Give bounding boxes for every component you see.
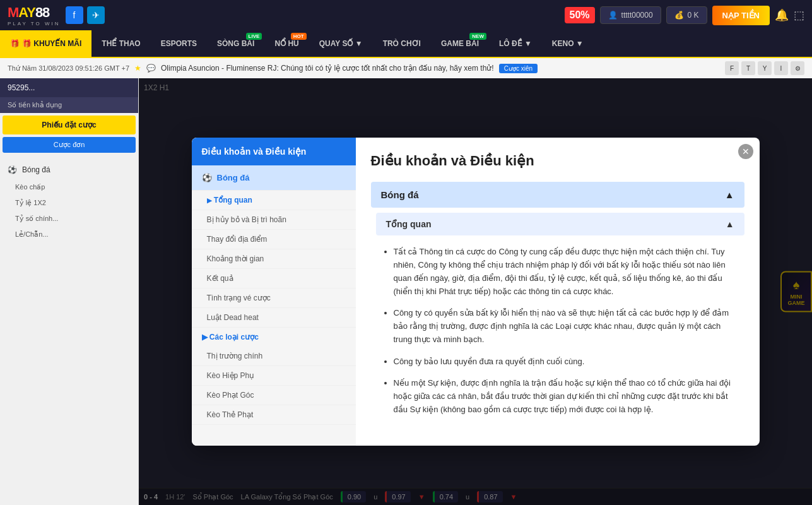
user-icon: 👤 xyxy=(608,11,618,20)
nav-esports-label: ESPORTS xyxy=(161,39,197,48)
modal-sub-ket-qua[interactable]: Kết quả xyxy=(192,269,356,288)
modal: ✕ Điều khoản và Điều kiện ⚽ Bóng đá ▶ Tổ… xyxy=(192,138,760,446)
nav-no-hu-label: NỔ HŨ xyxy=(274,39,298,48)
ticker-icon-group: F T Y I ⚙ xyxy=(725,61,804,75)
soccer-icon-modal: ⚽ xyxy=(202,173,212,182)
sidebar-balance: Số tiền khả dụng xyxy=(0,97,138,113)
content-item-2: Công ty có quyền sửa bất kỳ lỗi hiển thị… xyxy=(394,307,739,346)
modal-sub-thay-doi[interactable]: Thay đổi địa điểm xyxy=(192,230,356,249)
ticker-message: Olimpia Asuncion - Fluminense RJ: Chúng … xyxy=(161,64,494,73)
ticker-date: Thứ Năm 31/08/2023 09:51:26 GMT +7 xyxy=(8,64,129,73)
ticker-icon-1[interactable]: F xyxy=(725,61,739,75)
cuoc-xien-button[interactable]: Cược xiên xyxy=(499,64,538,73)
sidebar-username: 95295... xyxy=(8,83,35,92)
ticker-icon-4[interactable]: I xyxy=(774,61,788,75)
accordion-tong-quan[interactable]: Tổng quan ▲ xyxy=(376,213,744,235)
content-list: Tất cả Thông tin cá cược do Công ty cung… xyxy=(381,246,739,417)
nav-the-thao-label: THỂ THAO xyxy=(102,39,140,48)
main-layout: 95295... Số tiền khả dụng Phiếu đặt cược… xyxy=(0,78,812,505)
user-button[interactable]: 👤 ttttt00000 xyxy=(600,6,661,24)
accordion-content: Tất cả Thông tin cá cược do Công ty cung… xyxy=(371,241,744,431)
nav-bar: 🎁 🎁 KHUYẾN MÃI THỂ THAO ESPORTS LIVE SÒN… xyxy=(0,30,812,58)
sidebar-bet-button[interactable]: Phiếu đặt cược xyxy=(3,116,136,134)
sidebar-sports: ⚽ Bóng đá Kèo chấp Tỷ lệ 1X2 Tỷ số chính… xyxy=(0,155,138,247)
telegram-icon[interactable]: ✈ xyxy=(87,6,105,24)
soccer-icon: ⚽ xyxy=(8,165,17,174)
logout-icon[interactable]: ⬚ xyxy=(794,8,804,22)
sidebar-sport-bongda[interactable]: ⚽ Bóng đá xyxy=(0,160,138,179)
chevron-right-icon: ▶ xyxy=(207,197,212,204)
modal-sub-thi-truong[interactable]: Thị trường chính xyxy=(192,347,356,366)
nav-quay-so[interactable]: QUAY SỐ ▼ xyxy=(309,30,373,57)
nap-tien-button[interactable]: NẠP TIỀN xyxy=(712,6,770,25)
nav-quay-so-label: QUAY SỐ ▼ xyxy=(319,39,363,48)
modal-sub-tinh-trang[interactable]: Tình trạng vé cược xyxy=(192,288,356,308)
nav-song-bai-label: SÒNG BÀI xyxy=(217,39,254,48)
ticker-chat-icon: 💬 xyxy=(146,64,156,73)
username: ttttt00000 xyxy=(621,11,653,20)
sidebar-keo-chap[interactable]: Kèo chấp xyxy=(0,179,138,195)
nav-tro-choi[interactable]: TRÒ CHƠI xyxy=(373,30,431,57)
sidebar-balance-label: Số tiền khả dụng xyxy=(8,101,62,109)
nav-keno[interactable]: KENO ▼ xyxy=(542,30,594,57)
social-icons: f ✈ xyxy=(66,6,105,24)
modal-bongda-label: Bóng đá xyxy=(217,173,250,182)
modal-item-bongda[interactable]: ⚽ Bóng đá xyxy=(192,165,356,191)
nav-song-bai[interactable]: LIVE SÒNG BÀI xyxy=(207,30,264,57)
sidebar-le-chan[interactable]: Lẻ/Chẵn... xyxy=(0,227,138,242)
game-bai-badge: NEW xyxy=(469,33,486,40)
sidebar-ty-le[interactable]: Tỷ lệ 1X2 xyxy=(0,195,138,211)
sidebar-bongda-label: Bóng đá xyxy=(22,165,50,174)
nav-game-bai-label: GAME BÀI xyxy=(441,39,479,48)
logo: MAY88 PLAY TO WIN xyxy=(8,4,61,27)
accordion-bongda-label: Bóng đá xyxy=(381,189,419,200)
content-item-4: Nếu một Sự kiện, được định nghĩa là trận… xyxy=(394,377,739,416)
sidebar-ty-so[interactable]: Tỷ số chính... xyxy=(0,211,138,227)
facebook-icon[interactable]: f xyxy=(66,6,83,24)
bell-icon[interactable]: 🔔 xyxy=(775,8,789,22)
modal-sub-bi-huy-bo[interactable]: Bị hủy bỏ và Bị trì hoãn xyxy=(192,210,356,230)
modal-section-cac-loai[interactable]: ▶ Các loại cược xyxy=(192,328,356,347)
modal-left-panel: Điều khoản và Điều kiện ⚽ Bóng đá ▶ Tổng… xyxy=(192,138,356,446)
no-hu-badge: HOT xyxy=(291,33,307,40)
nav-keno-label: KENO ▼ xyxy=(552,39,584,48)
content-item-3: Công ty bảo lưu quyền đưa ra quyết định … xyxy=(394,355,739,369)
balance-value: 0 K xyxy=(688,11,699,20)
modal-sub-tong-quan[interactable]: ▶ Tổng quan xyxy=(192,191,356,210)
top-right: 50% 👤 ttttt00000 💰 0 K NẠP TIỀN 🔔 ⬚ xyxy=(565,6,804,25)
nav-the-thao[interactable]: THỂ THAO xyxy=(91,30,150,57)
accordion-tong-quan-chevron: ▲ xyxy=(726,219,734,229)
song-bai-badge: LIVE xyxy=(246,33,262,40)
accordion-bongda-chevron: ▲ xyxy=(725,189,734,200)
nav-esports[interactable]: ESPORTS xyxy=(151,30,207,57)
modal-sub-dead-heat[interactable]: Luật Dead heat xyxy=(192,308,356,328)
ticker-icon-2[interactable]: T xyxy=(741,61,755,75)
modal-title: Điều khoản và Điều kiện xyxy=(371,153,744,169)
modal-sub-keo-phat-goc[interactable]: Kèo Phạt Góc xyxy=(192,386,356,405)
modal-sub-keo-the-phat[interactable]: Kèo Thẻ Phạt xyxy=(192,405,356,425)
accordion-bongda[interactable]: Bóng đá ▲ xyxy=(371,182,744,208)
logo-area: MAY88 PLAY TO WIN f ✈ xyxy=(8,4,105,27)
content-item-1: Tất cả Thông tin cá cược do Công ty cung… xyxy=(394,246,739,298)
balance-button[interactable]: 💰 0 K xyxy=(666,6,707,24)
modal-overlay[interactable]: ✕ Điều khoản và Điều kiện ⚽ Bóng đá ▶ Tổ… xyxy=(139,78,812,505)
nav-game-bai[interactable]: NEW GAME BÀI xyxy=(431,30,489,57)
modal-left-title: Điều khoản và Điều kiện xyxy=(192,138,356,165)
modal-sub-keo-hiep-phu[interactable]: Kèo Hiệp Phụ xyxy=(192,366,356,386)
nav-no-hu[interactable]: HOT NỔ HŨ xyxy=(264,30,309,57)
modal-close-button[interactable]: ✕ xyxy=(738,144,753,159)
ticker: Thứ Năm 31/08/2023 09:51:26 GMT +7 ★ 💬 O… xyxy=(0,58,812,78)
modal-sub-khoang-tg[interactable]: Khoảng thời gian xyxy=(192,249,356,269)
wallet-icon: 💰 xyxy=(674,11,684,20)
center-content: 1X2 H1 ♠ MINIGAME ✕ Điều khoản và Điều k… xyxy=(139,78,812,505)
logo-text: MAY88 xyxy=(8,4,61,21)
top-bar: MAY88 PLAY TO WIN f ✈ 50% 👤 ttttt00000 💰… xyxy=(0,0,812,30)
sidebar-action-button[interactable]: Cược đơn xyxy=(3,137,136,153)
ticker-icon-5[interactable]: ⚙ xyxy=(791,61,804,75)
logo-subtitle: PLAY TO WIN xyxy=(8,21,61,27)
nav-lo-de[interactable]: LÔ ĐỀ ▼ xyxy=(489,30,542,57)
ticker-icon-3[interactable]: Y xyxy=(758,61,772,75)
nav-lo-de-label: LÔ ĐỀ ▼ xyxy=(499,39,532,48)
modal-right-panel: Điều khoản và Điều kiện Bóng đá ▲ Tổng q… xyxy=(356,138,760,446)
nav-khuyen-mai[interactable]: 🎁 🎁 KHUYẾN MÃI xyxy=(0,30,91,57)
